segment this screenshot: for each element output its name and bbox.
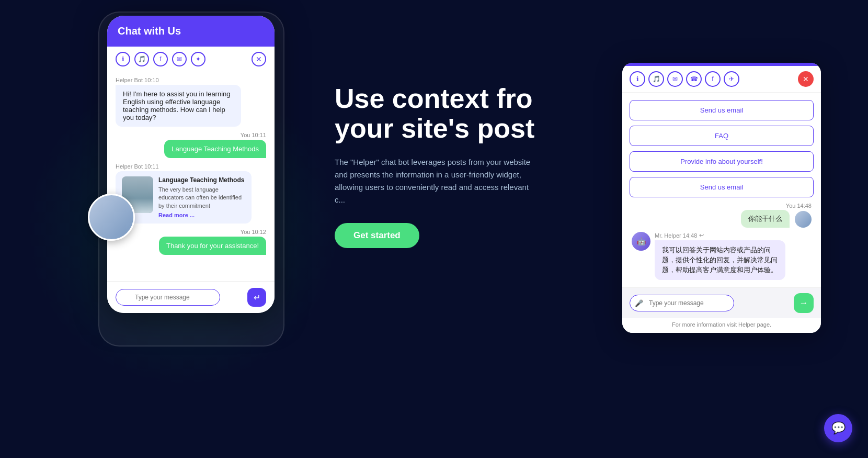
widget-mic-icon: 🎤 (635, 299, 643, 307)
float-chat-button[interactable]: 💬 (824, 414, 852, 442)
message-bot-1: Helper Bot 10:10 Hi! I'm here to assist … (116, 77, 266, 127)
phone-mockup: Chat with Us ℹ 🎵 f ✉ ✦ ✕ Helper Bot 10:1… (107, 16, 275, 313)
msg-meta-4: You 10:12 (241, 229, 266, 235)
widget-bot-bubble: 我可以回答关于网站内容或产品的问题，提供个性化的回复，并解决常见问题，帮助提高客… (655, 240, 785, 280)
widget-bot-avatar: 🤖 (632, 232, 650, 251)
card-read-more[interactable]: Read more ... (158, 212, 245, 218)
phone-close-btn[interactable]: ✕ (252, 52, 266, 66)
phone-send-btn[interactable]: ↵ (247, 288, 266, 307)
widget-user-inline: 你能干什么 (741, 210, 812, 228)
widget-user-meta: You 14:48 (786, 203, 812, 209)
widget-user-avatar (795, 211, 812, 228)
phone-icon-message[interactable]: ✉ (172, 52, 187, 66)
widget-input[interactable] (630, 295, 734, 311)
message-user-1: You 10:11 Language Teaching Methods (116, 132, 266, 158)
widget-icon-audio[interactable]: 🎵 (648, 71, 664, 87)
phone-icon-info[interactable]: ℹ (116, 52, 130, 66)
widget-icon-facebook[interactable]: f (705, 71, 721, 87)
widget-icons-row: ℹ 🎵 ✉ ☎ f ✈ ✕ (622, 66, 821, 93)
msg-meta-1: Helper Bot 10:10 (116, 77, 159, 83)
sub-text: The "Helper" chat bot leverages posts fr… (335, 156, 533, 206)
msg-meta-2: You 10:11 (241, 132, 266, 138)
card-bubble: Language Teaching Methods The very best … (116, 171, 252, 224)
widget-bot-content: Mr. Helper 14:48 ↩ 我可以回答关于网站内容或产品的问题，提供个… (655, 232, 785, 280)
msg-meta-3: Helper Bot 10:11 (116, 163, 159, 170)
phone-header: Chat with Us (107, 16, 275, 47)
card-title: Language Teaching Methods (158, 176, 245, 184)
widget-icon-info[interactable]: ℹ (630, 71, 645, 87)
phone-icons-row: ℹ 🎵 f ✉ ✦ ✕ (107, 47, 275, 72)
widget-footer: For more information visit Helper page. (622, 318, 821, 333)
widget-close-btn[interactable]: ✕ (798, 71, 814, 87)
phone-icon-facebook[interactable]: f (153, 52, 168, 66)
phone-input-row: 🎤 ↵ (107, 281, 275, 313)
widget-input-row: 🎤 → (622, 287, 821, 318)
message-bot-card: Helper Bot 10:11 Language Teaching Metho… (116, 163, 266, 224)
phone-input-wrap: 🎤 (116, 289, 243, 306)
widget-user-bubble: 你能干什么 (741, 210, 790, 228)
msg-bubble-1: Hi! I'm here to assist you in learning E… (116, 85, 241, 127)
phone-icon-star[interactable]: ✦ (191, 52, 205, 66)
center-text: Use context froyour site's post The "Hel… (335, 84, 570, 248)
phone-title: Chat with Us (118, 25, 181, 37)
phone-input[interactable] (116, 289, 220, 306)
get-started-button[interactable]: Get started (335, 223, 419, 248)
widget-option-email-1[interactable]: Send us email (630, 100, 814, 120)
widget-body: Send us email FAQ Provide info about you… (622, 93, 821, 287)
widget-bot-meta: Mr. Helper 14:48 ↩ (655, 232, 785, 239)
widget-bot-msg: 🤖 Mr. Helper 14:48 ↩ 我可以回答关于网站内容或产品的问题，提… (632, 232, 812, 280)
bot-reply-icon: ↩ (699, 232, 704, 239)
chat-widget: ℹ 🎵 ✉ ☎ f ✈ ✕ Send us email FAQ Provide … (622, 63, 821, 333)
card-desc: The very best language educators can oft… (158, 186, 245, 210)
phone-messages: Helper Bot 10:10 Hi! I'm here to assist … (107, 72, 275, 281)
widget-send-btn[interactable]: → (794, 293, 814, 313)
avatar-overlay (88, 194, 135, 241)
widget-icon-phone[interactable]: ☎ (686, 71, 702, 87)
widget-input-wrap: 🎤 (630, 295, 790, 311)
float-chat-icon: 💬 (831, 421, 846, 435)
phone-icon-audio[interactable]: 🎵 (134, 52, 149, 66)
widget-icon-email[interactable]: ✉ (667, 71, 683, 87)
widget-icon-telegram[interactable]: ✈ (724, 71, 739, 87)
card-content: Language Teaching Methods The very best … (158, 176, 245, 218)
widget-option-email-2[interactable]: Send us email (630, 177, 814, 197)
msg-bubble-2: Language Teaching Methods (164, 140, 266, 158)
message-user-2: You 10:12 Thank you for your assistance! (116, 229, 266, 255)
widget-option-info[interactable]: Provide info about yourself! (630, 151, 814, 172)
main-heading: Use context froyour site's post (335, 84, 570, 143)
msg-bubble-4: Thank you for your assistance! (159, 237, 266, 255)
widget-user-msg: You 14:48 你能干什么 (632, 203, 812, 228)
widget-option-faq[interactable]: FAQ (630, 126, 814, 146)
widget-messages: You 14:48 你能干什么 🤖 Mr. Helper 14:48 ↩ 我可以… (630, 203, 814, 280)
